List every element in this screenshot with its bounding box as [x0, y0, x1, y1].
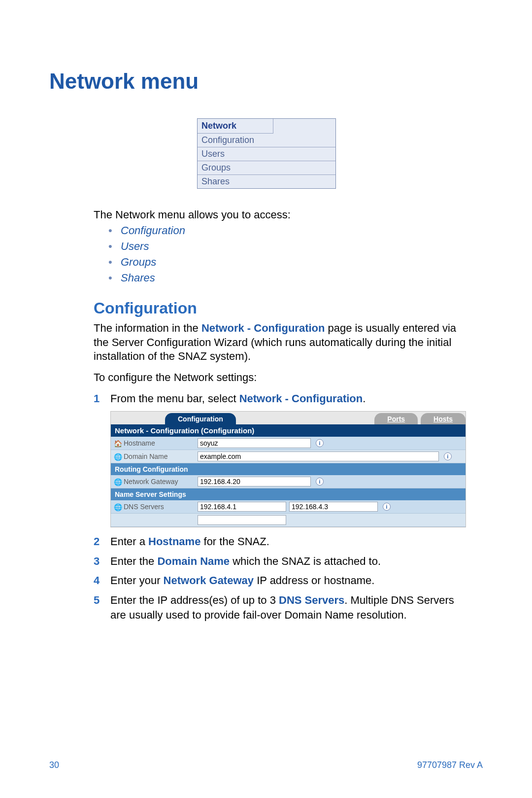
menu-item-groups[interactable]: Groups — [198, 161, 335, 175]
menu-item-configuration[interactable]: Configuration — [198, 134, 335, 147]
panel-titlebar: Network - Configuration (Configuration) — [111, 424, 466, 437]
link-shares[interactable]: Shares — [121, 272, 155, 284]
link-users[interactable]: Users — [121, 240, 149, 252]
menu-item-users[interactable]: Users — [198, 147, 335, 161]
config-panel: Configuration Ports Hosts Network - Conf… — [110, 411, 466, 527]
page-title: Network menu — [49, 69, 483, 94]
page-footer: 30 97707987 Rev A — [49, 760, 483, 770]
domain-label: Domain Name — [124, 452, 167, 460]
hostname-label: Hostname — [124, 439, 155, 447]
menu-item-shares[interactable]: Shares — [198, 175, 335, 188]
steps-list-cont: 2 Enter a Hostname for the SNAZ. 3 Enter… — [94, 534, 468, 622]
info-icon[interactable]: i — [316, 439, 324, 447]
row-dns-1: 🌐DNS Servers i — [111, 500, 466, 514]
hostname-input[interactable] — [198, 438, 311, 448]
step-2: Enter a Hostname for the SNAZ. — [110, 534, 468, 549]
step-number: 1 — [94, 391, 110, 406]
lead-paragraph: The Network menu allows you to access: — [94, 208, 468, 221]
menu-header: Network — [198, 119, 273, 134]
network-menu-box: Network Configuration Users Groups Share… — [197, 118, 336, 189]
step-4: Enter your Network Gateway IP address or… — [110, 573, 468, 588]
dns-label: DNS Servers — [124, 503, 164, 511]
row-gateway: 🌐Network Gateway i — [111, 475, 466, 488]
section-heading: Configuration — [94, 299, 468, 317]
dns-input-1[interactable] — [198, 502, 286, 512]
globe-icon: 🌐 — [114, 503, 122, 510]
dns-input-2[interactable] — [289, 502, 378, 512]
section-para-2: To configure the Network settings: — [94, 371, 468, 385]
tabs-row: Configuration Ports Hosts — [111, 412, 466, 424]
link-groups[interactable]: Groups — [121, 256, 156, 268]
step-1: From the menu bar, select Network - Conf… — [110, 391, 468, 406]
doc-id: 97707987 Rev A — [417, 760, 483, 770]
step-number: 2 — [94, 534, 110, 549]
step-3: Enter the Domain Name which the SNAZ is … — [110, 554, 468, 569]
link-configuration[interactable]: Configuration — [121, 224, 185, 237]
domain-input[interactable] — [198, 451, 439, 461]
page-number: 30 — [49, 760, 59, 770]
link-list: •Configuration •Users •Groups •Shares — [108, 224, 468, 284]
info-icon[interactable]: i — [316, 478, 324, 486]
steps-list: 1 From the menu bar, select Network - Co… — [94, 391, 468, 406]
step-number: 5 — [94, 593, 110, 622]
step-5: Enter the IP address(es) of up to 3 DNS … — [110, 593, 468, 622]
step-number: 3 — [94, 554, 110, 569]
info-icon[interactable]: i — [383, 503, 391, 511]
tab-configuration[interactable]: Configuration — [165, 413, 236, 424]
row-domain: 🌐Domain Name i — [111, 450, 466, 463]
globe-icon: 🌐 — [114, 453, 122, 460]
gateway-label: Network Gateway — [124, 478, 178, 486]
gateway-input[interactable] — [198, 477, 311, 486]
globe-icon: 🌐 — [114, 478, 122, 485]
row-dns-2 — [111, 514, 466, 527]
row-hostname: 🏠Hostname i — [111, 437, 466, 450]
tab-hosts[interactable]: Hosts — [421, 413, 466, 424]
home-icon: 🏠 — [114, 440, 122, 447]
dns-input-3[interactable] — [198, 515, 286, 525]
info-icon[interactable]: i — [444, 452, 452, 460]
section-para-1: The information in the Network - Configu… — [94, 321, 468, 364]
routing-header: Routing Configuration — [111, 463, 466, 475]
ns-header: Name Server Settings — [111, 488, 466, 500]
tab-ports[interactable]: Ports — [374, 413, 418, 424]
step-number: 4 — [94, 573, 110, 588]
